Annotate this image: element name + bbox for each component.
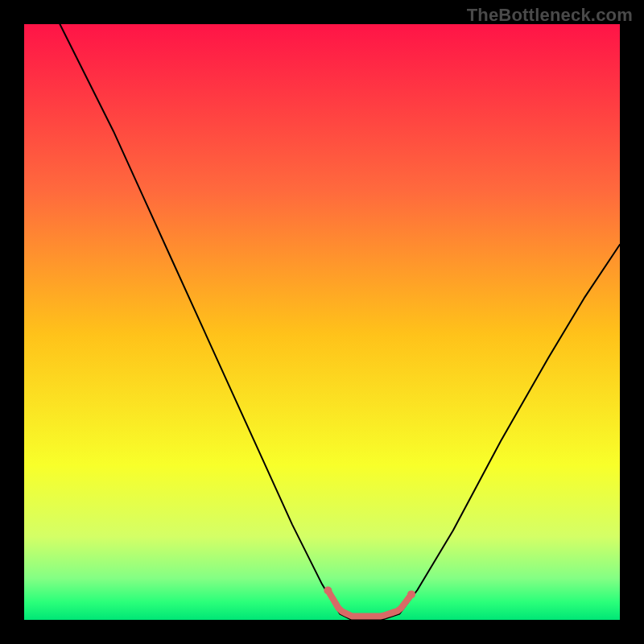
optimal-marker-dot-left	[324, 587, 332, 595]
watermark-text: TheBottleneck.com	[467, 5, 633, 26]
optimal-marker-dot-right	[407, 590, 415, 598]
bottleneck-chart	[0, 0, 644, 644]
gradient-plot-background	[24, 24, 620, 620]
chart-frame: TheBottleneck.com	[0, 0, 644, 644]
